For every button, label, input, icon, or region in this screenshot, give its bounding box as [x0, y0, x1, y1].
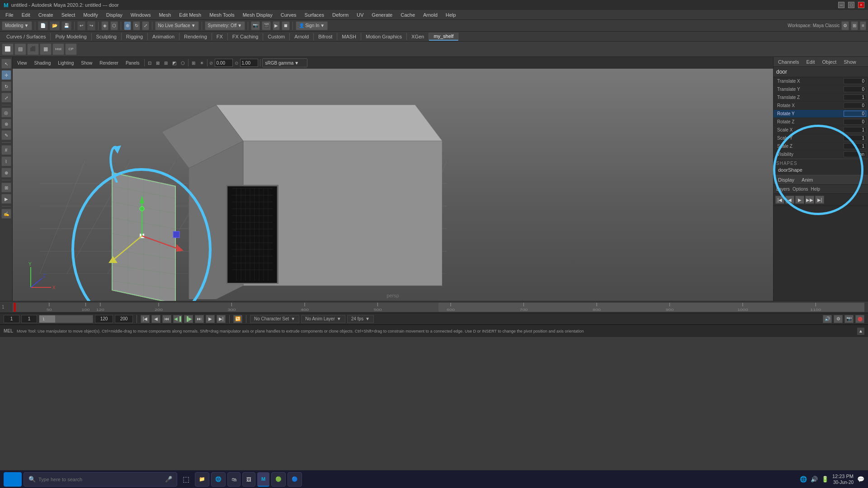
next-frame-button[interactable]: ▶	[206, 315, 215, 323]
play-forward-button[interactable]: ▐▶	[184, 315, 193, 323]
no-anim-layer-button[interactable]: No Anim Layer ▼	[301, 315, 345, 323]
tray-volume-icon[interactable]: 🔊	[811, 476, 818, 483]
shelf-tab-bifrost[interactable]: Bifrost	[314, 33, 337, 40]
menu-select[interactable]: Select	[58, 11, 79, 19]
vp-renderer-menu[interactable]: Renderer	[97, 60, 121, 66]
symmetry-button[interactable]: Symmetry: Off ▼	[205, 21, 245, 30]
layer-btn-1[interactable]: |◀	[775, 196, 784, 204]
range-start-input[interactable]	[21, 315, 37, 323]
shelf-icon-cp[interactable]: CP	[65, 43, 77, 55]
menu-deform[interactable]: Deform	[329, 11, 352, 19]
menu-file[interactable]: File	[2, 11, 17, 19]
save-file-button[interactable]: 💾	[61, 21, 71, 30]
cb-scale-z-value[interactable]: 1	[844, 143, 866, 149]
scale-tool-button[interactable]: ⤢	[142, 21, 149, 30]
tray-battery-icon[interactable]: 🔋	[821, 476, 829, 483]
vp-icon-3[interactable]: ⊞	[163, 58, 169, 67]
cb-rotate-y-value[interactable]: 0	[844, 111, 866, 117]
cb-tab-channels[interactable]: Channels	[776, 58, 801, 66]
shelf-tab-rigging[interactable]: Rigging	[122, 33, 148, 40]
undo-button[interactable]: ↩	[77, 21, 85, 30]
vp-light-button[interactable]: ☀	[198, 58, 205, 67]
render-button[interactable]: 🎬	[262, 21, 271, 30]
display-lt[interactable]: ⊞	[1, 183, 11, 192]
gamma-dropdown[interactable]: sRGB gamma ▼	[262, 58, 307, 67]
fps-button[interactable]: 24 fps ▼	[347, 315, 374, 323]
vp-icon-1[interactable]: ⊡	[146, 58, 153, 67]
shelf-icon-2[interactable]: ▤	[14, 43, 26, 55]
start-button[interactable]	[4, 472, 22, 487]
layer-btn-3[interactable]: ▶	[795, 196, 804, 204]
close-button[interactable]: ✕	[858, 2, 864, 8]
menu-arnold[interactable]: Arnold	[420, 11, 441, 19]
rotate-tool-lt[interactable]: ↻	[1, 81, 11, 91]
shelf-tab-fx-caching[interactable]: FX Caching	[228, 33, 263, 40]
task-view-button[interactable]: ⬚	[179, 472, 193, 487]
vp-icon-5[interactable]: ⬡	[179, 58, 186, 67]
menu-uv[interactable]: UV	[353, 11, 367, 19]
tray-network-icon[interactable]: 🌐	[800, 476, 807, 483]
menu-edit-mesh[interactable]: Edit Mesh	[175, 11, 205, 19]
soft-select-lt[interactable]: ◎	[1, 108, 11, 117]
shelf-tab-animation[interactable]: Animation	[148, 33, 179, 40]
workspace-dropdown[interactable]: Modeling ▼	[2, 21, 32, 30]
menu-help[interactable]: Help	[442, 11, 460, 19]
shelf-icon-hist[interactable]: Hist	[52, 43, 64, 55]
shelf-tab-motion-graphics[interactable]: Motion Graphics	[361, 33, 407, 40]
tray-notification-icon[interactable]: 💬	[857, 476, 864, 483]
shelf-icon-1[interactable]: ⬜	[2, 43, 14, 55]
play-button[interactable]: ▶	[273, 21, 280, 30]
cb-tab-show[interactable]: Show	[842, 58, 858, 66]
lasso-select-button[interactable]: ⬡	[110, 21, 118, 30]
shelf-tab-poly-modeling[interactable]: Poly Modeling	[51, 33, 91, 40]
cb-tab-object[interactable]: Object	[820, 58, 838, 66]
workspace-settings-button[interactable]: ⚙	[841, 21, 849, 30]
annotate-lt[interactable]: ✍	[1, 209, 11, 219]
timeline-track[interactable]: 50 100 120 200 300 400 500 600 700 800	[13, 303, 864, 312]
current-frame-input[interactable]	[4, 315, 19, 323]
vp-value2-input[interactable]	[240, 59, 258, 67]
shelf-tab-fx[interactable]: FX	[212, 33, 228, 40]
new-file-button[interactable]: 📄	[38, 21, 48, 30]
menu-cache[interactable]: Cache	[397, 11, 419, 19]
snap-point-lt[interactable]: ⊕	[1, 168, 11, 178]
play-back-button[interactable]: ◀▐	[173, 315, 182, 323]
prev-keyframe-button[interactable]: ⏮	[162, 315, 171, 323]
vp-shading-menu[interactable]: Shading	[32, 60, 54, 66]
apps-button-2[interactable]: 🟢	[271, 472, 286, 487]
menu-modify[interactable]: Modify	[80, 11, 101, 19]
shelf-tab-arnold[interactable]: Arnold	[290, 33, 314, 40]
vp-value1-input[interactable]	[215, 59, 233, 67]
go-to-start-button[interactable]: |◀	[141, 315, 150, 323]
go-to-end-button[interactable]: ▶|	[217, 315, 226, 323]
status-expand-button[interactable]: ▲	[857, 328, 864, 335]
da-tab-anim[interactable]: Anim	[800, 176, 815, 183]
apps-button-3[interactable]: 🔵	[288, 472, 302, 487]
loop-button[interactable]: 🔁	[233, 315, 242, 323]
da-tab-display[interactable]: Display	[776, 176, 796, 183]
tray-clock[interactable]: 12:23 PM 30-Jun-20	[832, 473, 854, 485]
menu-curves[interactable]: Curves	[277, 11, 300, 19]
shapes-item[interactable]: doorShape	[776, 167, 865, 173]
menu-windows[interactable]: Windows	[127, 11, 155, 19]
photos-button[interactable]: 🖼	[242, 472, 255, 487]
shelf-icon-4[interactable]: ▦	[40, 43, 52, 55]
file-explorer-button[interactable]: 📁	[195, 472, 209, 487]
vp-icon-2[interactable]: ⊠	[155, 58, 161, 67]
cb-rotate-x-value[interactable]: 0	[844, 103, 866, 108]
vp-view-menu[interactable]: View	[14, 60, 30, 66]
cb-translate-x-value[interactable]: 0	[844, 78, 866, 84]
anim-end-input[interactable]	[115, 315, 133, 323]
rotate-tool-button[interactable]: ↻	[133, 21, 140, 30]
next-keyframe-button[interactable]: ⏭	[195, 315, 204, 323]
menu-mesh-display[interactable]: Mesh Display	[239, 11, 276, 19]
shelf-tab-sculpting[interactable]: Sculpting	[92, 33, 122, 40]
select-tool-lt[interactable]: ↖	[1, 59, 11, 69]
search-bar[interactable]: 🔍 🎤	[24, 472, 177, 487]
stop-button[interactable]: ⏹	[282, 21, 290, 30]
browser-button[interactable]: 🌐	[211, 472, 226, 487]
layer-btn-5[interactable]: ▶|	[815, 196, 824, 204]
vp-icon-4[interactable]: ◩	[171, 58, 178, 67]
menu-create[interactable]: Create	[35, 11, 57, 19]
menu-mesh[interactable]: Mesh	[155, 11, 175, 19]
